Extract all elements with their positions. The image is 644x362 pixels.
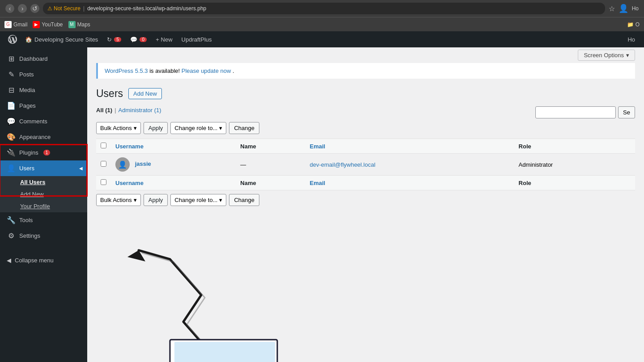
sidebar-label-tools: Tools	[19, 217, 33, 223]
sidebar-item-tools[interactable]: 🔧 Tools	[0, 212, 87, 228]
filter-search-row: All (1) | Administrator (1) Se	[96, 106, 635, 118]
th-username[interactable]: Username	[111, 139, 236, 154]
wp-version-link[interactable]: WordPress 5.5.3	[105, 67, 148, 74]
security-indicator: ⚠ Not Secure	[47, 5, 80, 12]
sidebar-item-posts[interactable]: ✎ Posts	[0, 67, 87, 82]
admin-bar-updraftplus[interactable]: UpdraftPlus	[177, 31, 216, 47]
tfoot-email[interactable]: Email	[305, 176, 514, 190]
admin-bar-updates[interactable]: ↻ 5	[102, 31, 126, 47]
bookmark-youtube[interactable]: ▶ YouTube	[33, 21, 63, 28]
forward-button[interactable]: ›	[18, 4, 27, 13]
user-name: —	[240, 161, 246, 168]
sidebar-item-media[interactable]: ⊟ Media	[0, 82, 87, 98]
name-header: Name	[240, 143, 256, 150]
change-button-top[interactable]: Change	[229, 122, 259, 134]
sidebar-item-comments[interactable]: 💬 Comments	[0, 114, 87, 129]
wp-layout: ⊞ Dashboard ✎ Posts ⊟ Media 📄 Pages 💬 Co…	[0, 47, 644, 362]
bookmark-icon[interactable]: ☆	[609, 4, 615, 13]
sidebar-item-appearance[interactable]: 🎨 Appearance	[0, 129, 87, 145]
sidebar-label-settings: Settings	[19, 232, 40, 239]
users-icon: 👤	[7, 164, 16, 173]
not-secure-label: Not Secure	[54, 5, 80, 12]
select-all-footer-checkbox[interactable]	[101, 179, 106, 185]
admin-bar-comments[interactable]: 💬 0	[126, 31, 151, 47]
svg-rect-2	[174, 342, 275, 362]
select-all-checkbox[interactable]	[101, 143, 106, 148]
change-role-select-top[interactable]: Change role to... ▾	[170, 122, 226, 134]
admin-bar-new[interactable]: + New	[151, 31, 177, 47]
tfoot-username[interactable]: Username	[111, 176, 236, 190]
bookmark-gmail[interactable]: G Gmail	[4, 21, 27, 28]
role-header: Role	[519, 143, 531, 150]
change-role-label-top: Change role to...	[174, 125, 217, 131]
drive-icon[interactable]: 📁 O	[627, 21, 640, 28]
table-controls-bottom: Bulk Actions ▾ Apply Change role to... ▾…	[96, 194, 635, 206]
bookmark-maps-label: Maps	[77, 21, 90, 28]
change-role-chevron-top: ▾	[219, 125, 222, 131]
reload-button[interactable]: ↺	[30, 4, 39, 13]
sidebar-item-pages[interactable]: 📄 Pages	[0, 98, 87, 114]
warning-icon: ⚠	[47, 5, 52, 12]
admin-bar-right: Ho	[623, 36, 640, 43]
user-role: Administrator	[519, 161, 553, 168]
sidebar-item-dashboard[interactable]: ⊞ Dashboard	[0, 51, 87, 67]
filter-links: All (1) | Administrator (1)	[96, 107, 161, 114]
sidebar-label-posts: Posts	[19, 71, 34, 78]
filter-administrator[interactable]: Administrator (1)	[119, 107, 161, 114]
address-bar[interactable]: ⚠ Not Secure | developing-secure-sites.l…	[43, 3, 605, 14]
bookmarks-bar: G Gmail ▶ YouTube M Maps 📁 O	[0, 17, 644, 31]
profile-icon[interactable]: 👤	[619, 4, 628, 13]
update-notice: WordPress 5.5.3 is available! Please upd…	[96, 63, 635, 79]
change-role-chevron-bottom: ▾	[219, 197, 222, 203]
sidebar-item-settings[interactable]: ⚙ Settings	[0, 228, 87, 244]
sidebar-label-dashboard: Dashboard	[19, 55, 48, 62]
submenu-all-users[interactable]: All Users	[0, 176, 87, 188]
filter-all[interactable]: All (1)	[96, 107, 112, 114]
username-header: Username	[115, 143, 144, 150]
submenu-add-new[interactable]: Add New	[0, 188, 87, 200]
collapse-menu[interactable]: ◀ Collapse menu	[0, 253, 87, 268]
screen-options-button[interactable]: Screen Options ▾	[578, 50, 635, 61]
your-profile-label: Your Profile	[20, 203, 50, 210]
sidebar-item-plugins[interactable]: 🔌 Plugins 1	[0, 145, 87, 160]
admin-bar-site[interactable]: 🏠 Developing Secure Sites	[21, 31, 102, 47]
admin-bar-site-name: Developing Secure Sites	[34, 36, 98, 43]
bulk-actions-select-top[interactable]: Bulk Actions ▾	[96, 122, 141, 134]
user-email-link[interactable]: dev-email@flywheel.local	[309, 161, 375, 168]
posts-icon: ✎	[7, 70, 16, 79]
row-username: 👤 jassie	[111, 154, 236, 176]
sidebar-label-plugins: Plugins	[19, 149, 38, 156]
apply-button-top[interactable]: Apply	[144, 122, 168, 134]
back-button[interactable]: ‹	[5, 4, 14, 13]
bulk-actions-select-bottom[interactable]: Bulk Actions ▾	[96, 194, 141, 206]
th-role: Role	[514, 139, 635, 154]
change-button-bottom[interactable]: Change	[229, 194, 259, 206]
change-role-select-bottom[interactable]: Change role to... ▾	[170, 194, 226, 206]
search-users-button[interactable]: Se	[618, 106, 635, 118]
bulk-actions-label-top: Bulk Actions	[100, 125, 132, 131]
submenu-your-profile[interactable]: Your Profile	[0, 200, 87, 212]
update-period: .	[233, 67, 234, 74]
youtube-icon: ▶	[33, 21, 40, 28]
th-email[interactable]: Email	[305, 139, 514, 154]
wp-logo[interactable]	[4, 31, 21, 47]
search-area: Se	[535, 106, 635, 118]
search-users-input[interactable]	[535, 106, 616, 118]
user-checkbox[interactable]	[101, 161, 106, 167]
svg-rect-1	[170, 340, 277, 362]
th-name: Name	[236, 139, 305, 154]
sidebar-item-users[interactable]: 👤 Users ◀	[0, 160, 87, 176]
comments-count: 0	[140, 37, 147, 42]
table-footer-header-row: Username Name Email Role	[96, 176, 635, 190]
plugins-users-group: 🔌 Plugins 1 👤 Users ◀ All Users Add New …	[0, 145, 87, 212]
username-link[interactable]: jassie	[135, 160, 151, 167]
add-new-button[interactable]: Add New	[128, 88, 162, 99]
bulk-actions-chevron-top: ▾	[134, 125, 137, 131]
apply-button-bottom[interactable]: Apply	[144, 194, 168, 206]
bookmarks-right: 📁 O	[627, 21, 640, 28]
table-controls-bottom-left: Bulk Actions ▾ Apply Change role to... ▾…	[96, 194, 259, 206]
content-wrapper: WordPress 5.5.3 is available! Please upd…	[87, 63, 644, 219]
bookmark-maps[interactable]: M Maps	[68, 21, 90, 28]
collapse-label: Collapse menu	[15, 257, 54, 264]
update-now-link[interactable]: Please update now	[182, 67, 231, 74]
